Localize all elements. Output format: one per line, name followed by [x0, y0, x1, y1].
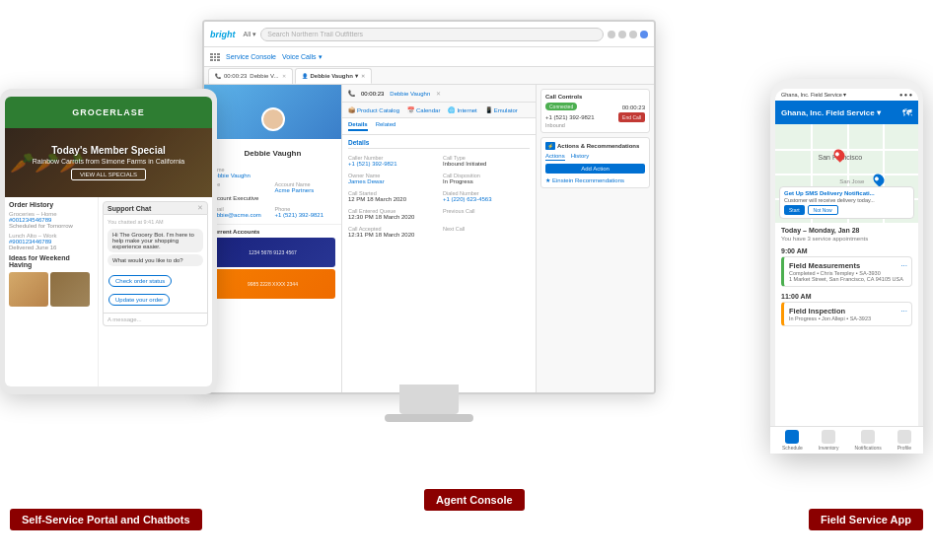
icon-bell [618, 31, 626, 38]
tab-related[interactable]: Related [376, 121, 396, 131]
sf-tab-call[interactable]: 📞 00:00:23 Debbie V... ✕ [208, 68, 293, 84]
call-controls-title: Call Controls [545, 94, 645, 100]
option-check-order[interactable]: Check order status [108, 275, 172, 287]
sf-tabs: 📞 00:00:23 Debbie V... ✕ 👤 Debbie Vaughn… [204, 67, 654, 85]
all-dropdown[interactable]: All ▾ [244, 31, 257, 38]
tab-details[interactable]: Details [348, 121, 368, 131]
service-console-nav[interactable]: Service Console [226, 53, 276, 60]
sf-form: Details Caller Number +1 (521) 392-9821 … [342, 135, 536, 384]
icon-home [608, 31, 615, 38]
previous-call-field: Previous Call [443, 205, 530, 220]
sms-notnow-btn[interactable]: Not Now [808, 205, 838, 215]
history-tab[interactable]: History [571, 153, 590, 161]
notifications-icon [861, 430, 875, 444]
call-phone-number: +1 (521) 392-9821 [545, 114, 595, 120]
status-icons: ● ● ● [899, 92, 912, 98]
einstein-link[interactable]: ★ Einstein Recommendations [545, 176, 645, 183]
row-caller-calltype: Caller Number +1 (521) 392-9821 Call Typ… [348, 152, 530, 167]
carrier-label: Ghana, Inc. Field Service ▾ [781, 92, 846, 98]
dialed-number-field: Dialed Number +1 (220) 623-4563 [443, 187, 530, 202]
close-call-icon[interactable]: ✕ [436, 90, 441, 97]
sf-search-bar[interactable]: Search Northern Trail Outfitters [260, 28, 604, 41]
calendar-btn[interactable]: 📅 Calendar [407, 106, 440, 113]
accounts-title: Current Accounts [210, 229, 335, 235]
details-section: Details Caller Number +1 (521) 392-9821 … [348, 139, 530, 238]
food-image-2 [50, 272, 90, 307]
sf-nav: Service Console Voice Calls ▾ [204, 47, 654, 67]
waffle-icon[interactable] [210, 53, 220, 61]
tablet-screen: GROCERLASE 🥕🥕🥕 Today's Member Special Ra… [5, 97, 212, 386]
email-phone-row: Email debbie@acme.com Phone +1 (521) 392… [210, 203, 335, 218]
sms-start-btn[interactable]: Start [784, 205, 805, 215]
phone-map-section: San Francisco San Jose Get Up SMS Delive… [775, 124, 918, 223]
order-item-1: Groceries – Home #001234546789 Scheduled… [9, 211, 94, 229]
row-started-dialed: Call Started 12 PM 18 March 2020 Dialed … [348, 187, 530, 202]
chat-body: You chatted at 9:41 AM Hi The Grocery Bo… [103, 215, 208, 314]
account-field: Account Name Acme Partners [275, 178, 336, 193]
next-call-field: Next Call [443, 223, 530, 238]
call-disposition-field: Call Disposition In Progress [443, 170, 530, 184]
order-item-2: Lunch Alto – Work #900123446789 Delivere… [9, 233, 94, 250]
add-action-button[interactable]: Add Action [545, 164, 645, 174]
sf-header: bright All ▾ Search Northern Trail Outfi… [204, 22, 654, 47]
inbound-label: Inbound [545, 122, 645, 128]
connected-badge: Connected [545, 103, 577, 110]
sms-actions: Start Not Now [784, 205, 909, 215]
chat-header: Support Chat ✕ [103, 201, 208, 215]
appt-1-menu-icon[interactable]: ··· [900, 261, 907, 270]
view-all-specials-btn[interactable]: VIEW ALL SPECIALS [71, 169, 146, 180]
field-service-label: Field Service App [809, 509, 923, 530]
appt-2-menu-icon[interactable]: ··· [900, 307, 907, 315]
row-owner-disposition: Owner Name James Dewar Call Disposition … [348, 170, 530, 184]
sf-contact-details: Name Debbie Vaughn Title Account Name Ac… [204, 160, 341, 222]
call-contact-name[interactable]: Debbie Vaughn [390, 91, 430, 97]
call-icon: 📞 [348, 90, 355, 97]
product-catalog-btn[interactable]: 📦 Product Catalog [348, 106, 399, 113]
inventory-icon [822, 430, 835, 444]
map-icon[interactable]: 🗺 [902, 107, 912, 118]
close-icon-2[interactable]: ✕ [361, 73, 365, 79]
chat-input-placeholder: A message... [108, 316, 142, 322]
einstein-icon: ★ [545, 176, 550, 183]
chat-close-icon[interactable]: ✕ [197, 204, 203, 212]
profile-icon [897, 430, 911, 444]
sf-right-panel: Call Controls Connected 00:00:23 +1 (521… [536, 85, 654, 392]
appointment-1: Field Measurements Completed • Chris Tem… [781, 256, 912, 287]
nav-profile[interactable]: Profile [897, 430, 911, 444]
actions-tab[interactable]: Actions [545, 153, 565, 161]
caller-number-field: Caller Number +1 (521) 392-9821 [348, 152, 435, 167]
chat-input-bar[interactable]: A message... [103, 314, 208, 326]
appt-1-address: 1 Market Street, San Francisco, CA 94105… [789, 276, 906, 282]
option-update-order[interactable]: Update your order [108, 294, 170, 306]
sf-main-panel: 📞 00:00:23 Debbie Vaughn ✕ 📦 Product Cat… [342, 85, 536, 392]
account-name-value[interactable]: Acme Partners [275, 187, 336, 193]
sms-text: Customer will receive delivery today... [784, 197, 909, 203]
ideas-title: Ideas for Weekend Having [9, 254, 94, 268]
tablet-device: GROCERLASE 🥕🥕🥕 Today's Member Special Ra… [0, 89, 217, 394]
appointment-2: Field Inspection In Progress • Jon Allep… [781, 302, 912, 326]
sf-content: Debbie Vaughn Name Debbie Vaughn Title [204, 85, 654, 392]
time-block-9am: 9:00 AM Field Measurements Completed • C… [781, 247, 912, 287]
phone-status-bar: Ghana, Inc. Field Service ▾ ● ● ● [775, 89, 918, 101]
phone-schedule: Today – Monday, Jan 28 You have 3 servic… [775, 223, 918, 444]
owner-name-field: Owner Name James Dewar [348, 170, 435, 184]
tablet-content: Order History Groceries – Home #00123454… [5, 197, 212, 386]
sf-contact-header [204, 85, 341, 139]
voice-calls-nav[interactable]: Voice Calls ▾ [282, 53, 323, 61]
sf-tab-contact[interactable]: 👤 Debbie Vaughn ▾ ✕ [295, 68, 372, 84]
appt-1-title: Field Measurements [789, 261, 906, 270]
emulator-btn[interactable]: 📱 Emulator [485, 106, 518, 113]
chat-timestamp: You chatted at 9:41 AM [108, 219, 203, 225]
sms-notification: Get Up SMS Delivery Notificati... Custom… [779, 186, 914, 219]
sf-details-tabs: Details Related [342, 118, 536, 135]
user-avatar-icon [640, 31, 648, 38]
end-call-button[interactable]: End Call [618, 112, 645, 122]
nav-notifications[interactable]: Notifications [855, 430, 882, 444]
nav-schedule[interactable]: Schedule [782, 430, 803, 444]
close-icon[interactable]: ✕ [282, 73, 286, 79]
monitor-stand [399, 385, 459, 414]
nav-inventory[interactable]: Inventory [819, 430, 839, 444]
phone-screen: Ghana, Inc. Field Service ▾ ● ● ● Ghana,… [775, 89, 918, 444]
self-service-label: Self-Service Portal and Chatbots [10, 509, 202, 530]
internet-btn[interactable]: 🌐 Internet [448, 106, 476, 113]
